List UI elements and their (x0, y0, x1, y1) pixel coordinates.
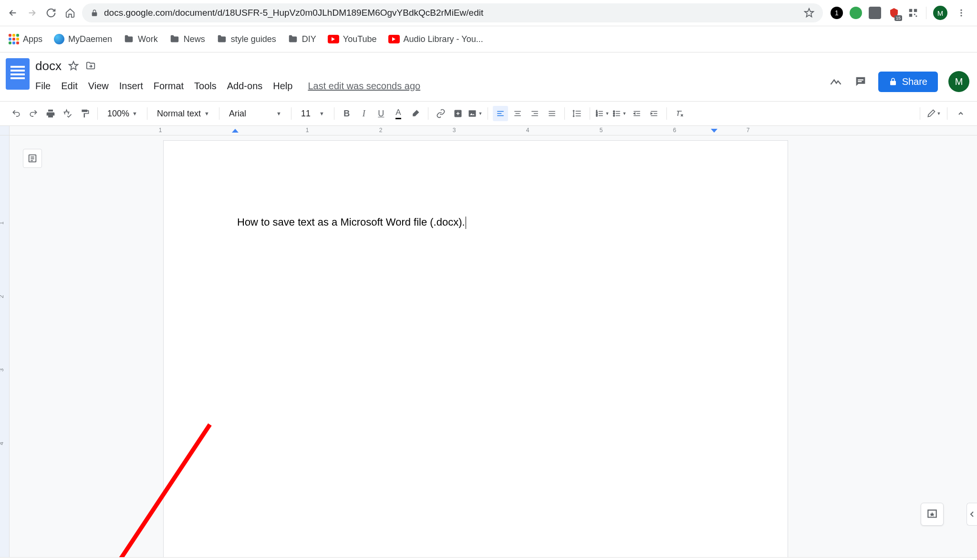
extension-icon-qr[interactable] (907, 7, 919, 19)
chrome-menu-button[interactable] (954, 6, 968, 20)
browser-nav-bar: docs.google.com/document/d/18USFR-5_HupV… (0, 0, 977, 26)
bookmark-youtube[interactable]: YouTube (328, 34, 377, 44)
svg-rect-0 (909, 9, 912, 12)
align-right-button[interactable] (527, 106, 542, 121)
menu-help[interactable]: Help (273, 81, 292, 92)
docs-header: docx File Edit View Insert Format Tools … (0, 52, 977, 101)
svg-rect-2 (909, 14, 912, 17)
share-button[interactable]: Share (878, 72, 938, 92)
docs-logo-icon[interactable] (6, 58, 30, 90)
star-document-icon[interactable] (68, 61, 79, 71)
horizontal-ruler[interactable]: 1 1 2 3 4 5 6 7 (0, 126, 977, 135)
folder-icon (217, 34, 227, 44)
account-avatar[interactable]: M (948, 71, 969, 92)
spellcheck-button[interactable] (60, 106, 75, 121)
bookmarks-bar: Apps MyDaemen Work News style guides DIY… (0, 26, 977, 52)
lock-icon (91, 9, 98, 17)
extension-icon-3[interactable] (869, 7, 881, 19)
apps-button[interactable]: Apps (9, 34, 42, 44)
clear-formatting-button[interactable] (672, 106, 687, 121)
menu-insert[interactable]: Insert (119, 81, 143, 92)
editing-mode-button[interactable]: ▼ (926, 106, 941, 121)
youtube-icon (388, 35, 400, 43)
font-size-dropdown[interactable]: 11▼ (296, 106, 329, 121)
redo-button[interactable] (26, 106, 41, 121)
back-button[interactable] (6, 6, 20, 20)
menu-format[interactable]: Format (154, 81, 184, 92)
font-dropdown[interactable]: Arial▼ (224, 106, 286, 121)
menu-edit[interactable]: Edit (61, 81, 77, 92)
address-bar[interactable]: docs.google.com/document/d/18USFR-5_HupV… (82, 3, 823, 22)
hide-menus-button[interactable] (953, 106, 968, 121)
document-page[interactable]: How to save text as a Microsoft Word fil… (163, 140, 788, 557)
svg-rect-9 (858, 81, 862, 82)
extension-badge-count: 15 (894, 15, 902, 21)
explore-button[interactable] (921, 503, 944, 526)
menu-addons[interactable]: Add-ons (227, 81, 263, 92)
document-outline-button[interactable] (23, 149, 42, 168)
globe-icon (54, 34, 64, 44)
numbered-list-button[interactable]: 123▼ (595, 106, 610, 121)
insert-image-button[interactable]: ▼ (468, 106, 483, 121)
svg-point-7 (960, 15, 962, 16)
document-body[interactable]: How to save text as a Microsoft Word fil… (237, 216, 466, 229)
extension-icon-badge[interactable]: 15 (888, 7, 900, 19)
undo-button[interactable] (9, 106, 24, 121)
extension-icon-1[interactable]: 1 (831, 7, 843, 19)
italic-button[interactable]: I (356, 106, 372, 121)
download-bar: W docx.docx Show All (0, 557, 977, 560)
underline-button[interactable]: U (374, 106, 389, 121)
text-color-button[interactable]: A (391, 106, 406, 121)
line-spacing-button[interactable] (570, 106, 585, 121)
highlight-button[interactable] (408, 106, 423, 121)
insert-link-button[interactable] (433, 106, 448, 121)
reload-button[interactable] (44, 6, 58, 20)
indent-right-marker-icon[interactable] (711, 129, 717, 135)
svg-point-6 (960, 12, 962, 13)
folder-icon (288, 34, 298, 44)
svg-point-5 (960, 10, 962, 11)
zoom-dropdown[interactable]: 100%▼ (103, 106, 142, 121)
bookmark-star-icon[interactable] (804, 8, 814, 18)
svg-rect-11 (469, 110, 476, 116)
paragraph-style-dropdown[interactable]: Normal text▼ (152, 106, 214, 121)
extension-icon-2[interactable] (850, 7, 862, 19)
folder-icon (169, 34, 180, 44)
bulleted-list-button[interactable]: ▼ (612, 106, 627, 121)
paint-format-button[interactable] (77, 106, 93, 121)
decrease-indent-button[interactable] (629, 106, 644, 121)
move-document-icon[interactable] (85, 61, 96, 71)
bold-button[interactable]: B (339, 106, 354, 121)
folder-icon (124, 34, 134, 44)
bookmark-style-guides[interactable]: style guides (217, 34, 276, 44)
indent-left-marker-icon[interactable] (232, 129, 239, 135)
align-left-button[interactable] (493, 106, 508, 121)
bookmark-audio-library[interactable]: Audio Library - You... (388, 34, 483, 44)
menu-tools[interactable]: Tools (194, 81, 217, 92)
editing-area: 1 2 3 4 How to save text as a Microsoft … (0, 135, 977, 557)
url-text: docs.google.com/document/d/18USFR-5_HupV… (104, 8, 483, 18)
bookmark-diy[interactable]: DIY (288, 34, 316, 44)
document-title[interactable]: docx (35, 59, 62, 73)
menu-file[interactable]: File (35, 81, 51, 92)
add-comment-button[interactable] (450, 106, 466, 121)
increase-indent-button[interactable] (646, 106, 662, 121)
last-edit-link[interactable]: Last edit was seconds ago (308, 81, 420, 92)
profile-avatar[interactable]: M (933, 6, 947, 20)
print-button[interactable] (43, 106, 58, 121)
bookmark-work[interactable]: Work (124, 34, 158, 44)
bookmark-news[interactable]: News (169, 34, 205, 44)
bookmark-mydaemen[interactable]: MyDaemen (54, 34, 112, 44)
activity-icon[interactable] (829, 74, 843, 89)
vertical-ruler[interactable]: 1 2 3 4 (0, 135, 10, 557)
youtube-icon (328, 35, 339, 43)
home-button[interactable] (63, 6, 77, 20)
menu-view[interactable]: View (88, 81, 109, 92)
svg-rect-4 (916, 16, 917, 17)
comments-icon[interactable] (853, 74, 868, 89)
svg-point-17 (613, 115, 615, 116)
side-panel-expand-button[interactable] (967, 503, 977, 526)
align-center-button[interactable] (510, 106, 525, 121)
align-justify-button[interactable] (544, 106, 560, 121)
forward-button[interactable] (25, 6, 39, 20)
